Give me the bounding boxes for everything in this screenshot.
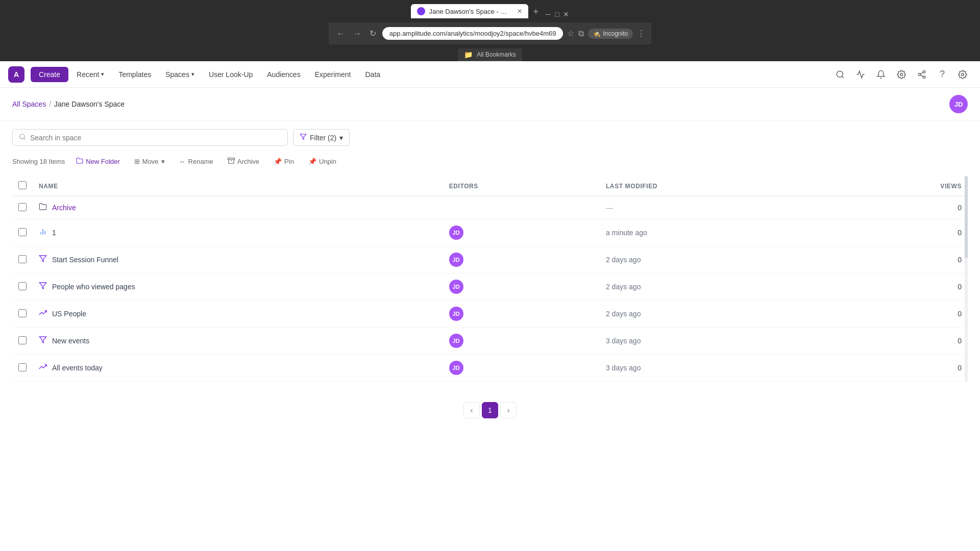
tab-close-button[interactable]: ✕	[517, 8, 522, 15]
active-tab[interactable]: Jane Dawson's Space - Space ✕	[411, 4, 528, 18]
svg-point-4	[923, 76, 925, 79]
rename-button[interactable]: ↔ Rename	[176, 156, 216, 167]
breadcrumb: All Spaces / Jane Dawson's Space JD	[0, 88, 980, 121]
tab-title: Jane Dawson's Space - Space	[429, 8, 511, 15]
chart-icon	[39, 228, 47, 238]
svg-point-7	[962, 73, 964, 76]
views-column-header[interactable]: VIEWS	[841, 176, 968, 196]
pin-button[interactable]: 📌 Pin	[271, 156, 297, 167]
breadcrumb-separator: /	[49, 100, 51, 108]
svg-point-8	[20, 134, 24, 139]
row-checkbox[interactable]	[18, 309, 27, 317]
all-spaces-link[interactable]: All Spaces	[12, 100, 46, 108]
next-page-button[interactable]: ›	[500, 402, 517, 418]
row-checkbox[interactable]	[18, 336, 27, 344]
scrollbar-track[interactable]	[965, 176, 968, 382]
archive-button[interactable]: Archive	[225, 155, 262, 168]
settings-icon	[958, 70, 967, 79]
extension-button[interactable]: ⧉	[578, 29, 584, 38]
pagination: ‹ 1 ›	[12, 394, 968, 427]
items-table: NAME EDITORS LAST MODIFIED VIEWS Archive…	[12, 176, 968, 382]
maximize-button[interactable]: □	[555, 10, 559, 18]
svg-line-5	[920, 75, 923, 77]
filter-button[interactable]: Filter (2) ▾	[293, 129, 350, 146]
row-checkbox[interactable]	[18, 228, 27, 236]
row-checkbox[interactable]	[18, 363, 27, 371]
row-checkbox[interactable]	[18, 282, 27, 290]
nav-item-recent[interactable]: Recent ▾	[70, 66, 110, 83]
select-all-checkbox[interactable]	[18, 181, 27, 189]
new-tab-button[interactable]: +	[530, 6, 542, 18]
row-checkbox[interactable]	[18, 203, 27, 211]
search-box[interactable]	[12, 129, 288, 146]
move-button[interactable]: ⊞ Move ▾	[131, 156, 168, 167]
reload-button[interactable]: ↻	[368, 27, 378, 40]
scrollbar-thumb[interactable]	[965, 176, 968, 258]
last-modified-text: a minute ago	[606, 229, 647, 237]
back-button[interactable]: ←	[335, 27, 347, 40]
search-icon-button[interactable]	[831, 65, 849, 84]
name-column-header[interactable]: NAME	[33, 176, 443, 196]
nav-item-data[interactable]: Data	[359, 66, 386, 83]
minimize-button[interactable]: ─	[546, 10, 551, 18]
folder-icon	[39, 203, 47, 213]
chart-icon-button[interactable]	[851, 65, 870, 84]
funnel-icon	[39, 282, 47, 292]
page-1-button[interactable]: 1	[482, 402, 498, 418]
views-cell: 0	[841, 355, 968, 382]
editor-avatar: JD	[449, 253, 463, 267]
app-settings-button[interactable]	[953, 65, 972, 84]
search-input[interactable]	[30, 134, 281, 142]
forward-button[interactable]: →	[351, 27, 363, 40]
svg-marker-9	[300, 134, 306, 140]
unpin-button[interactable]: 📌 Unpin	[305, 156, 339, 167]
incognito-badge: 🕵 Incognito	[588, 29, 633, 39]
nav-item-audiences[interactable]: Audiences	[261, 66, 306, 83]
help-button[interactable]: ?	[933, 65, 951, 84]
menu-button[interactable]: ⋮	[637, 29, 645, 38]
item-link[interactable]: Archive	[52, 204, 76, 212]
name-cell: 1	[39, 228, 437, 238]
breadcrumb-current: Jane Dawson's Space	[54, 100, 125, 108]
name-cell: Start Session Funnel	[39, 255, 437, 265]
spaces-chevron-icon: ▾	[191, 71, 194, 78]
table-row: Start Session Funnel JD 2 days ago 0	[12, 246, 968, 273]
search-icon	[19, 133, 26, 142]
last-modified-text: 3 days ago	[606, 364, 641, 372]
svg-point-2	[923, 70, 925, 73]
svg-marker-15	[39, 256, 46, 262]
item-name: US People	[52, 310, 86, 318]
nav-item-experiment[interactable]: Experiment	[309, 66, 357, 83]
last-modified-dash: —	[606, 204, 613, 212]
move-chevron-icon: ▾	[161, 158, 165, 165]
chart-icon	[856, 70, 865, 79]
close-window-button[interactable]: ✕	[563, 10, 569, 18]
svg-point-3	[918, 73, 921, 76]
address-bar[interactable]: app.amplitude.com/analytics/moodjoy2/spa…	[382, 27, 564, 40]
views-cell: 0	[841, 246, 968, 273]
editor-avatar: JD	[449, 226, 463, 240]
create-button[interactable]: Create	[31, 67, 68, 82]
last-modified-column-header[interactable]: LAST MODIFIED	[600, 176, 841, 196]
row-checkbox[interactable]	[18, 255, 27, 263]
all-bookmarks-link[interactable]: All Bookmarks	[477, 51, 516, 58]
views-cell: 0	[841, 219, 968, 246]
amplitude-logo[interactable]: A	[8, 66, 24, 83]
share-icon	[917, 70, 926, 79]
user-avatar-large[interactable]: JD	[949, 95, 968, 113]
notification-bell-button[interactable]	[872, 65, 890, 84]
prev-page-button[interactable]: ‹	[463, 402, 480, 418]
settings-cog-button[interactable]	[892, 65, 911, 84]
trend-icon	[39, 363, 47, 373]
share-button[interactable]	[913, 65, 931, 84]
bookmark-star-button[interactable]: ☆	[567, 29, 574, 38]
tab-favicon	[417, 7, 425, 15]
item-name: 1	[52, 229, 56, 237]
table-row: People who viewed pages JD 2 days ago 0	[12, 273, 968, 300]
new-folder-button[interactable]: New Folder	[73, 155, 122, 168]
editors-column-header[interactable]: EDITORS	[443, 176, 600, 196]
name-cell: US People	[39, 309, 437, 319]
nav-item-spaces[interactable]: Spaces ▾	[159, 66, 201, 83]
nav-item-user-lookup[interactable]: User Look-Up	[203, 66, 259, 83]
nav-item-templates[interactable]: Templates	[112, 66, 157, 83]
